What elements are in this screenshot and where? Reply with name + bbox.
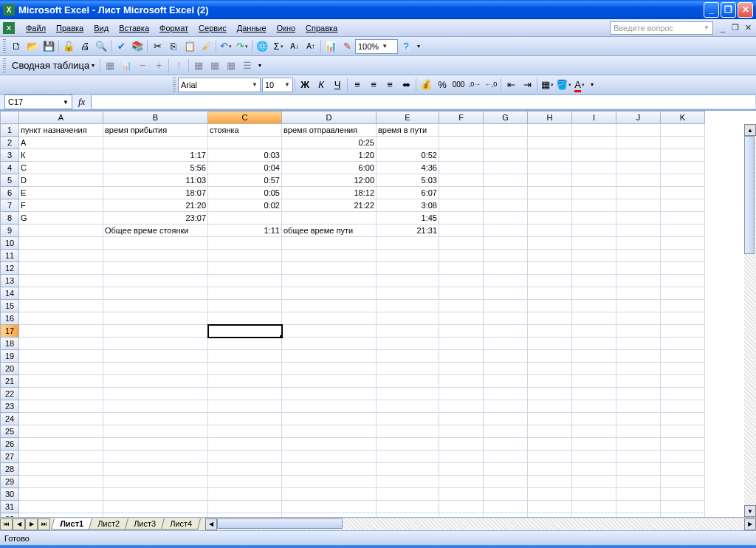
cell-J5[interactable] [616,174,661,187]
cell-C32[interactable] [208,513,282,518]
decrease-decimal-button[interactable]: ←,0 [483,77,499,93]
tab-nav-next[interactable]: ▶ [25,518,38,530]
cell-K19[interactable] [661,350,705,363]
cell-J32[interactable] [616,513,661,518]
cell-C6[interactable]: 0:05 [208,187,282,199]
cell-B28[interactable] [103,463,208,476]
menu-window[interactable]: Окно [272,22,301,34]
cell-C21[interactable] [208,375,282,388]
cell-J1[interactable] [616,124,661,137]
cell-E9[interactable]: 21:31 [377,225,439,237]
cell-I5[interactable] [572,174,616,187]
cell-H14[interactable] [528,287,572,300]
row-header-18[interactable]: 18 [1,338,19,350]
cell-H3[interactable] [528,149,572,162]
pivot-include-button[interactable]: ▦ [190,58,207,74]
autosum-button[interactable]: Σ [270,38,286,55]
cell-C19[interactable] [208,350,282,363]
cell-F17[interactable] [439,325,484,338]
cell-F29[interactable] [439,476,484,488]
increase-indent-button[interactable]: ⇥ [519,77,535,93]
cell-D18[interactable] [282,338,377,350]
cell-J3[interactable] [616,149,661,162]
row-header-27[interactable]: 27 [1,451,19,463]
cell-A9[interactable] [19,225,103,237]
row-header-10[interactable]: 10 [1,237,19,250]
cell-E20[interactable] [377,363,439,375]
cell-E12[interactable] [377,262,439,275]
cell-C5[interactable]: 0:57 [208,174,282,187]
mdi-close-button[interactable]: ✕ [743,23,753,33]
cell-I22[interactable] [572,388,616,400]
cell-H27[interactable] [528,451,572,463]
cell-I3[interactable] [572,149,616,162]
paste-button[interactable]: 📋 [182,38,198,55]
cell-B29[interactable] [103,476,208,488]
cell-A8[interactable]: G [19,212,103,225]
cell-K11[interactable] [661,250,705,262]
cell-G23[interactable] [484,400,528,413]
cell-K4[interactable] [661,162,705,174]
cell-D7[interactable]: 21:22 [282,199,377,212]
cell-F3[interactable] [439,149,484,162]
copy-button[interactable]: ⎘ [165,38,182,55]
cell-K23[interactable] [661,400,705,413]
cell-K13[interactable] [661,275,705,287]
cell-D17[interactable] [282,325,377,338]
cell-I28[interactable] [572,463,616,476]
cell-F26[interactable] [439,438,484,451]
cell-F4[interactable] [439,162,484,174]
cell-E3[interactable]: 0:52 [377,149,439,162]
menu-insert[interactable]: Вставка [114,22,154,34]
minimize-button[interactable]: _ [704,2,719,18]
cell-B2[interactable] [103,137,208,149]
help-search-input[interactable]: Введите вопрос ▼ [610,21,713,35]
sort-asc-button[interactable]: A↓ [286,38,303,55]
cell-A16[interactable] [19,312,103,325]
row-header-3[interactable]: 3 [1,149,19,162]
cell-H6[interactable] [528,187,572,199]
vertical-scrollbar[interactable]: ▲ ▼ [744,124,756,517]
row-header-23[interactable]: 23 [1,400,19,413]
cell-C7[interactable]: 0:02 [208,199,282,212]
menu-view[interactable]: Вид [89,22,114,34]
cell-D12[interactable] [282,262,377,275]
cell-F11[interactable] [439,250,484,262]
save-button[interactable]: 💾 [41,38,57,55]
cell-C24[interactable] [208,413,282,425]
cell-B17[interactable] [103,325,208,338]
cell-E5[interactable]: 5:03 [377,174,439,187]
open-button[interactable]: 📂 [24,38,41,55]
align-left-button[interactable]: ≡ [349,77,365,93]
cell-I24[interactable] [572,413,616,425]
cell-J8[interactable] [616,212,661,225]
menu-edit[interactable]: Правка [51,22,89,34]
percent-button[interactable]: % [434,77,450,93]
cell-H16[interactable] [528,312,572,325]
cell-B1[interactable]: время прибытия [103,124,208,137]
cell-G30[interactable] [484,488,528,501]
cell-E29[interactable] [377,476,439,488]
cell-F30[interactable] [439,488,484,501]
row-header-28[interactable]: 28 [1,463,19,476]
cell-J14[interactable] [616,287,661,300]
cell-I20[interactable] [572,363,616,375]
cell-I23[interactable] [572,400,616,413]
cell-F8[interactable] [439,212,484,225]
cell-F1[interactable] [439,124,484,137]
cell-J13[interactable] [616,275,661,287]
cell-H7[interactable] [528,199,572,212]
cell-A11[interactable] [19,250,103,262]
cell-G11[interactable] [484,250,528,262]
cell-I10[interactable] [572,237,616,250]
cell-B12[interactable] [103,262,208,275]
cell-G2[interactable] [484,137,528,149]
cell-H2[interactable] [528,137,572,149]
cell-K9[interactable] [661,225,705,237]
cell-J18[interactable] [616,338,661,350]
row-header-13[interactable]: 13 [1,275,19,287]
cell-B21[interactable] [103,375,208,388]
cell-A26[interactable] [19,438,103,451]
row-header-22[interactable]: 22 [1,388,19,400]
cell-E15[interactable] [377,300,439,312]
